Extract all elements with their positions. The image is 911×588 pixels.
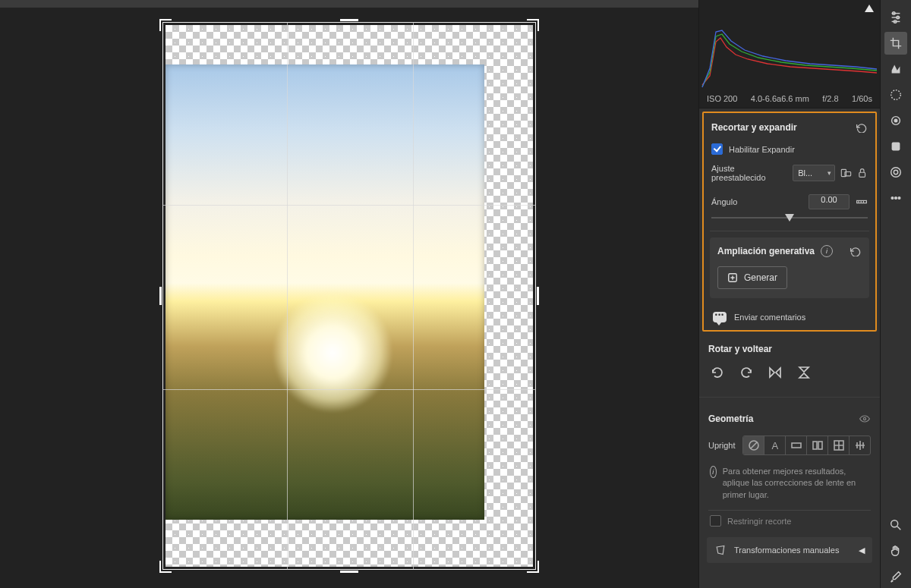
redeye-tool-icon[interactable] bbox=[884, 109, 907, 132]
svg-marker-27 bbox=[717, 546, 724, 555]
exif-focal: 4.0-6.6a6.6 mm bbox=[751, 94, 809, 103]
restrict-crop-checkbox[interactable] bbox=[710, 515, 721, 527]
manual-transforms-button[interactable]: Transformaciones manuales ◀ bbox=[707, 537, 872, 563]
reset-icon[interactable] bbox=[850, 246, 862, 256]
flip-horizontal-icon[interactable] bbox=[768, 365, 783, 380]
svg-rect-17 bbox=[792, 443, 801, 448]
rotate-ccw-icon[interactable] bbox=[710, 365, 725, 380]
svg-rect-19 bbox=[818, 442, 822, 449]
svg-point-34 bbox=[891, 90, 901, 100]
manual-transforms-label: Transformaciones manuales bbox=[734, 546, 839, 555]
svg-rect-18 bbox=[813, 442, 817, 449]
rotate-cw-icon[interactable] bbox=[739, 365, 754, 380]
angle-input[interactable]: 0.00 bbox=[809, 194, 850, 209]
zoom-tool-icon[interactable] bbox=[884, 514, 907, 536]
snapshots-icon[interactable] bbox=[884, 161, 907, 184]
mask-tool-icon[interactable] bbox=[884, 83, 907, 106]
info-icon[interactable]: i bbox=[821, 245, 833, 257]
hand-tool-icon[interactable] bbox=[884, 539, 907, 562]
crop-tool-icon[interactable] bbox=[884, 32, 907, 55]
svg-rect-2 bbox=[859, 172, 865, 177]
crop-panel-title: Recortar y expandir bbox=[711, 122, 797, 133]
upright-level-button[interactable] bbox=[786, 436, 807, 454]
generative-expand-panel: Ampliación generativa i Generar bbox=[710, 237, 869, 298]
rotate-flip-panel: Rotar y voltear bbox=[699, 332, 880, 394]
canvas-area bbox=[0, 0, 698, 588]
svg-marker-13 bbox=[799, 373, 809, 378]
preset-select[interactable]: Bl... ▾ bbox=[793, 165, 835, 181]
crop-handle-br[interactable] bbox=[527, 561, 539, 573]
crop-handle-tl[interactable] bbox=[159, 19, 172, 31]
flip-vertical-icon[interactable] bbox=[796, 365, 812, 380]
crop-grid-line bbox=[413, 22, 414, 570]
crop-grid-line bbox=[287, 22, 288, 570]
reset-icon[interactable] bbox=[856, 122, 868, 133]
crop-handle-bl[interactable] bbox=[159, 561, 172, 573]
crop-handle-right[interactable] bbox=[537, 287, 539, 305]
transform-icon bbox=[714, 544, 727, 556]
heal-tool-icon[interactable] bbox=[884, 58, 907, 80]
more-icon[interactable] bbox=[884, 187, 907, 209]
restrict-crop-label: Restringir recorte bbox=[727, 517, 791, 526]
svg-point-39 bbox=[894, 170, 897, 174]
svg-line-16 bbox=[751, 442, 757, 448]
upright-buttons: A bbox=[742, 435, 871, 455]
triangle-left-icon: ◀ bbox=[859, 546, 865, 555]
svg-point-43 bbox=[891, 520, 898, 527]
crop-handle-bottom[interactable] bbox=[340, 571, 358, 573]
geometry-title: Geometría bbox=[708, 413, 753, 424]
svg-rect-37 bbox=[892, 143, 900, 151]
generative-title: Ampliación generativa bbox=[717, 246, 815, 256]
color-sampler-icon[interactable] bbox=[884, 565, 907, 588]
highlight-clip-indicator[interactable] bbox=[865, 5, 874, 12]
exif-iso: ISO 200 bbox=[707, 94, 737, 103]
svg-point-14 bbox=[863, 417, 865, 420]
preset-label: Ajuste preestablecido bbox=[711, 164, 788, 182]
crop-border[interactable] bbox=[162, 22, 536, 570]
swap-orientation-icon[interactable] bbox=[840, 167, 851, 179]
crop-handle-left[interactable] bbox=[159, 287, 162, 305]
upright-full-button[interactable] bbox=[828, 436, 850, 454]
speech-bubble-icon bbox=[713, 312, 727, 322]
histogram[interactable] bbox=[699, 0, 880, 91]
geometry-panel: Geometría Upright A i Para obtener mejor… bbox=[699, 401, 880, 574]
angle-slider[interactable] bbox=[711, 212, 868, 223]
eye-icon[interactable] bbox=[859, 413, 871, 425]
tool-strip bbox=[880, 0, 911, 588]
generate-button[interactable]: Generar bbox=[717, 266, 787, 289]
upright-auto-button[interactable]: A bbox=[764, 436, 786, 454]
upright-label: Upright bbox=[708, 441, 735, 450]
svg-point-42 bbox=[898, 197, 900, 200]
crop-handle-top[interactable] bbox=[340, 19, 358, 21]
svg-point-36 bbox=[894, 119, 897, 122]
upright-off-button[interactable] bbox=[743, 436, 764, 454]
upright-guided-button[interactable] bbox=[850, 436, 870, 454]
sliders-icon[interactable] bbox=[884, 6, 907, 29]
geometry-hint: Para obtener mejores resultados, aplique… bbox=[723, 466, 869, 501]
top-toolbar bbox=[0, 0, 698, 8]
svg-point-40 bbox=[891, 197, 894, 200]
lock-icon[interactable] bbox=[856, 167, 868, 179]
straighten-icon[interactable] bbox=[856, 196, 868, 208]
feedback-label: Enviar comentarios bbox=[734, 313, 805, 322]
chevron-down-icon: ▾ bbox=[827, 169, 831, 177]
right-panel: ISO 200 4.0-6.6a6.6 mm f/2.8 1/60s Recor… bbox=[698, 0, 880, 588]
crop-frame[interactable] bbox=[159, 19, 539, 573]
crop-handle-tr[interactable] bbox=[527, 19, 539, 31]
rotate-title: Rotar y voltear bbox=[708, 344, 772, 354]
svg-marker-10 bbox=[770, 368, 774, 377]
angle-label: Ángulo bbox=[711, 197, 737, 206]
upright-vertical-button[interactable] bbox=[807, 436, 828, 454]
svg-marker-12 bbox=[799, 367, 809, 372]
svg-point-38 bbox=[891, 168, 901, 178]
svg-line-44 bbox=[897, 527, 901, 530]
crop-grid-line bbox=[162, 205, 536, 206]
presets-icon[interactable] bbox=[884, 135, 907, 158]
exif-shutter: 1/60s bbox=[852, 94, 872, 103]
svg-marker-11 bbox=[776, 368, 780, 377]
slider-thumb-icon[interactable] bbox=[785, 214, 794, 222]
feedback-link[interactable]: Enviar comentarios bbox=[705, 306, 874, 325]
svg-point-41 bbox=[895, 197, 897, 200]
enable-expand-checkbox[interactable] bbox=[711, 143, 723, 155]
enable-expand-label: Habilitar Expandir bbox=[729, 145, 795, 154]
